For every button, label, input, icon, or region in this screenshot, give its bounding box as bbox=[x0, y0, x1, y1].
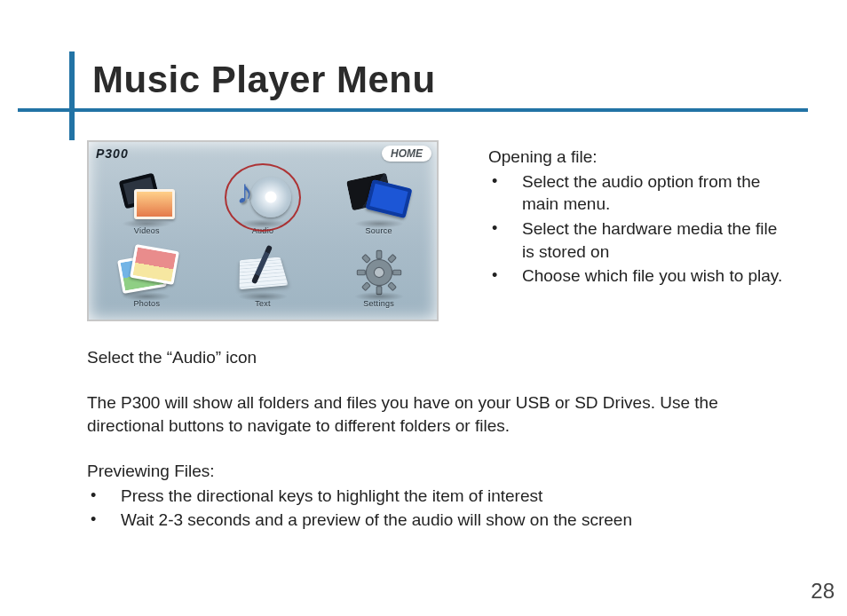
svg-rect-4 bbox=[392, 270, 400, 275]
svg-rect-3 bbox=[357, 270, 365, 275]
opening-block: Opening a file: Select the audio option … bbox=[488, 140, 794, 289]
lower-block: Select the “Audio” icon The P300 will sh… bbox=[87, 346, 780, 532]
tile-videos: Videos bbox=[116, 171, 177, 235]
source-icon bbox=[349, 171, 409, 225]
horizontal-rule bbox=[18, 108, 808, 112]
svg-rect-6 bbox=[387, 255, 396, 264]
device-screenshot: P300 HOME Videos Audio Source bbox=[87, 140, 439, 321]
svg-rect-5 bbox=[361, 255, 370, 264]
device-brand: P300 bbox=[96, 146, 129, 161]
content: P300 HOME Videos Audio Source bbox=[87, 140, 794, 533]
svg-point-9 bbox=[374, 267, 384, 277]
page-title: Music Player Menu bbox=[92, 59, 436, 101]
opening-heading: Opening a file: bbox=[488, 146, 794, 169]
svg-rect-7 bbox=[361, 282, 370, 291]
tile-source: Source bbox=[349, 171, 409, 235]
videos-icon bbox=[116, 171, 177, 225]
preview-heading: Previewing Files: bbox=[87, 460, 780, 483]
home-pill: HOME bbox=[382, 146, 431, 162]
opening-item: Choose which file you wish to play. bbox=[488, 265, 794, 288]
audio-icon bbox=[233, 171, 293, 225]
svg-rect-1 bbox=[376, 250, 382, 258]
svg-rect-8 bbox=[387, 282, 396, 291]
text-icon bbox=[233, 244, 293, 297]
preview-list: Press the directional keys to highlight … bbox=[87, 485, 780, 532]
device-menu-grid: Videos Audio Source Photos Text bbox=[89, 167, 437, 312]
photos-icon bbox=[116, 244, 177, 297]
page-number: 28 bbox=[811, 579, 835, 604]
opening-list: Select the audio option from the main me… bbox=[488, 170, 794, 288]
tile-audio: Audio bbox=[233, 171, 293, 235]
settings-icon bbox=[349, 244, 409, 297]
opening-item: Select the hardware me­dia the file is s… bbox=[488, 217, 794, 263]
tile-settings: Settings bbox=[349, 244, 409, 308]
preview-item: Wait 2-3 seconds and a preview of the au… bbox=[87, 509, 780, 532]
vertical-rule bbox=[69, 51, 75, 140]
tile-photos: Photos bbox=[116, 244, 177, 308]
opening-item: Select the audio option from the main me… bbox=[488, 170, 794, 216]
body-paragraph: The P300 will show all folders and files… bbox=[87, 391, 780, 437]
select-line: Select the “Audio” icon bbox=[87, 346, 780, 369]
tile-text: Text bbox=[233, 244, 293, 308]
preview-item: Press the directional keys to highlight … bbox=[87, 485, 780, 508]
